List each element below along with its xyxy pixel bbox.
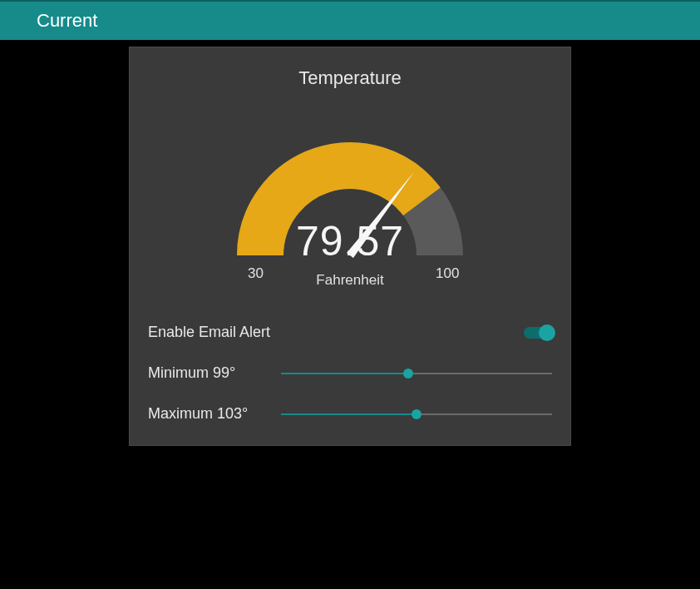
content-area: Temperature 79.57 Fahrenheit 30 100 Enab…	[0, 40, 700, 589]
temperature-card: Temperature 79.57 Fahrenheit 30 100 Enab…	[129, 47, 571, 446]
email-alert-label: Enable Email Alert	[148, 324, 270, 341]
controls-panel: Enable Email Alert Minimum 99° Maximum 1…	[146, 324, 554, 423]
maximum-row: Maximum 103°	[148, 405, 552, 423]
gauge-value: 79.57	[296, 217, 404, 265]
temperature-gauge: 79.57 Fahrenheit 30 100	[146, 139, 554, 305]
toggle-thumb	[539, 324, 555, 341]
maximum-slider[interactable]	[281, 406, 552, 423]
minimum-row: Minimum 99°	[148, 364, 552, 382]
gauge-min-label: 30	[248, 265, 264, 282]
slider-thumb	[412, 409, 421, 419]
page-title: Current	[37, 10, 97, 32]
minimum-slider[interactable]	[281, 365, 552, 382]
slider-track-active	[281, 373, 408, 374]
maximum-label: Maximum 103°	[148, 405, 281, 423]
gauge-max-label: 100	[436, 265, 459, 282]
slider-track-active	[281, 413, 417, 415]
slider-thumb	[403, 369, 413, 379]
email-alert-row: Enable Email Alert	[148, 324, 552, 341]
email-alert-toggle[interactable]	[524, 327, 552, 339]
card-title: Temperature	[146, 67, 554, 89]
page-header: Current	[0, 0, 700, 40]
gauge-unit: Fahrenheit	[316, 272, 383, 289]
minimum-label: Minimum 99°	[148, 364, 281, 382]
